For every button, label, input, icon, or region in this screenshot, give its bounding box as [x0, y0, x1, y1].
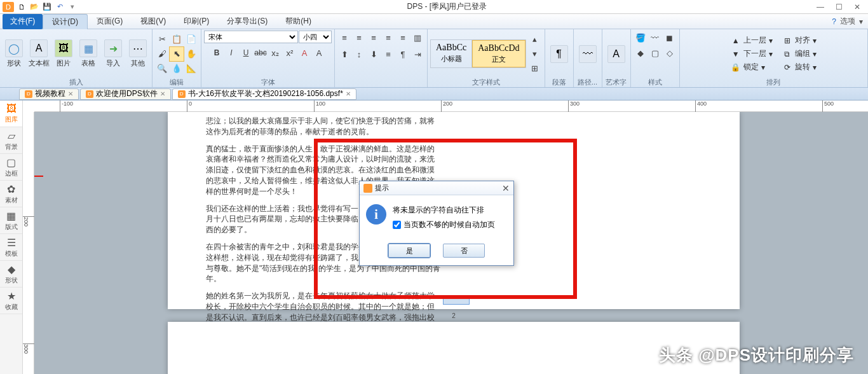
- close-button[interactable]: ✕: [854, 3, 860, 11]
- path-button[interactable]: 〰: [576, 44, 599, 64]
- group-button[interactable]: ⧉编组▾: [778, 48, 820, 60]
- sidebar-shapes[interactable]: ◆形状: [0, 261, 22, 287]
- minimize-button[interactable]: —: [817, 3, 824, 11]
- tab-page[interactable]: 页面(G): [88, 14, 132, 29]
- tab-print[interactable]: 印刷(P): [175, 14, 218, 29]
- lock-button[interactable]: 🔒锁定▾: [727, 61, 776, 74]
- close-tab-icon[interactable]: ✕: [160, 90, 165, 97]
- doctab-video[interactable]: D视频教程✕: [19, 88, 79, 100]
- close-tab-icon[interactable]: ✕: [68, 90, 73, 97]
- tab-share[interactable]: 分享导出(S): [218, 14, 276, 29]
- valign-top-icon[interactable]: ⬆: [337, 47, 351, 61]
- open-icon[interactable]: 📂: [29, 2, 39, 12]
- overflow-marker[interactable]: [444, 296, 469, 304]
- shape-button[interactable]: ◯形状: [3, 38, 25, 69]
- columns-icon[interactable]: ▥: [410, 31, 424, 45]
- valign-mid-icon[interactable]: ↕: [352, 47, 366, 61]
- copy-icon[interactable]: 📋: [170, 32, 184, 46]
- effect3-icon[interactable]: ◇: [663, 46, 677, 60]
- underline-icon[interactable]: U: [239, 46, 253, 60]
- style-body[interactable]: AaBbCcDd正文: [472, 40, 525, 67]
- paste-icon[interactable]: 📄: [184, 32, 198, 46]
- linespace-icon[interactable]: ≡: [381, 47, 395, 61]
- redo-icon[interactable]: ▾: [67, 2, 78, 12]
- shadow-icon[interactable]: ◼: [663, 31, 677, 45]
- tab-view[interactable]: 视图(V): [132, 14, 175, 29]
- import-button[interactable]: ➜导入: [102, 38, 125, 69]
- distribute-icon[interactable]: ≡: [396, 31, 410, 45]
- eyedrop-icon[interactable]: 💧: [170, 62, 184, 76]
- font-name-combo[interactable]: 宋体: [204, 31, 298, 43]
- highlight-icon[interactable]: A: [312, 46, 326, 60]
- effect1-icon[interactable]: ◆: [634, 46, 648, 60]
- measure-icon[interactable]: 📐: [184, 62, 198, 76]
- sidebar-layout[interactable]: ▦版式: [0, 207, 22, 234]
- dialog-yes-button[interactable]: 是: [388, 244, 430, 258]
- align-right-icon[interactable]: ≡: [367, 31, 381, 45]
- justify-icon[interactable]: ≡: [381, 31, 395, 45]
- tab-icon[interactable]: ⇥: [410, 47, 424, 61]
- dialog-checkbox[interactable]: 当页数不够的时候自动加页: [393, 219, 507, 231]
- options-chevron-icon[interactable]: ▾: [859, 17, 863, 26]
- options-button[interactable]: 选项: [840, 16, 855, 27]
- tab-design[interactable]: 设计(D): [43, 14, 88, 29]
- superscript-icon[interactable]: x²: [283, 46, 297, 60]
- style-more-icon[interactable]: ⊞: [528, 62, 542, 76]
- italic-icon[interactable]: I: [224, 46, 238, 60]
- document-tabs: D视频教程✕ D欢迎使用DPS软件✕ D书-大16开软皮平装-文档2019021…: [0, 88, 868, 100]
- file-menu[interactable]: 文件(F): [3, 14, 43, 29]
- sidebar-fav[interactable]: ★收藏: [0, 287, 22, 314]
- sidebar-bg[interactable]: ▱背景: [0, 127, 22, 154]
- align-left-icon[interactable]: ≡: [337, 31, 351, 45]
- hand-icon[interactable]: ✋: [184, 47, 198, 61]
- rotate-button[interactable]: ⟳旋转▾: [778, 61, 820, 74]
- new-icon[interactable]: 🗋: [17, 2, 27, 12]
- valign-bot-icon[interactable]: ⬇: [367, 47, 381, 61]
- subscript-icon[interactable]: x₂: [268, 46, 282, 60]
- other-button[interactable]: ⋯其他: [126, 38, 149, 69]
- brush-icon[interactable]: 🖌: [155, 47, 169, 61]
- sidebar-material[interactable]: ✿素材: [0, 181, 22, 207]
- send-backward-button[interactable]: ▼下一层▾: [727, 48, 776, 60]
- image-button[interactable]: 🖼图片: [52, 38, 75, 69]
- wordart-button[interactable]: A: [605, 44, 628, 64]
- table-button[interactable]: ▦表格: [77, 38, 100, 69]
- close-tab-icon[interactable]: ✕: [346, 90, 351, 97]
- autopage-checkbox[interactable]: [393, 221, 401, 229]
- cut-icon[interactable]: ✂: [155, 32, 169, 46]
- font-size-combo[interactable]: 小四: [299, 31, 332, 43]
- tab-help[interactable]: 帮助(H): [276, 14, 320, 29]
- maximize-button[interactable]: ☐: [836, 3, 843, 11]
- para-button[interactable]: ¶: [548, 44, 571, 64]
- document-page-next[interactable]: [168, 322, 740, 374]
- style-down-icon[interactable]: ▾: [528, 47, 542, 61]
- align-center-icon[interactable]: ≡: [352, 31, 366, 45]
- page-number: 2: [452, 312, 456, 319]
- dialog-titlebar[interactable]: 提示 ✕: [360, 181, 513, 195]
- sidebar-template[interactable]: ☰模板: [0, 234, 22, 261]
- effect2-icon[interactable]: ▢: [648, 46, 662, 60]
- doctab-book[interactable]: D书-大16开软皮平装-文档20190218-1056.dpsf*✕: [172, 88, 356, 100]
- save-icon[interactable]: 💾: [42, 2, 52, 12]
- align-button[interactable]: ⊞对齐▾: [778, 34, 820, 47]
- bold-icon[interactable]: B: [210, 46, 224, 60]
- strike-icon[interactable]: abc: [254, 46, 268, 60]
- line-icon[interactable]: 〰: [648, 31, 662, 45]
- doctab-welcome[interactable]: D欢迎使用DPS软件✕: [80, 88, 171, 100]
- dialog-close-icon[interactable]: ✕: [502, 183, 510, 193]
- indent-icon[interactable]: ¶: [396, 47, 410, 61]
- help-icon[interactable]: ?: [832, 17, 836, 26]
- bring-forward-button[interactable]: ▲上一层▾: [727, 34, 776, 47]
- watermark: 头条 @DPS设计印刷分享: [659, 344, 854, 366]
- textbox-button[interactable]: A文本框: [27, 38, 50, 69]
- sidebar-border[interactable]: ▢边框: [0, 154, 22, 181]
- select-icon[interactable]: ⬉: [170, 47, 184, 61]
- sidebar-gallery[interactable]: 🖼图库: [0, 100, 22, 127]
- style-subtitle[interactable]: AaBbCc小标题: [431, 40, 472, 67]
- undo-icon[interactable]: ↶: [55, 2, 65, 12]
- dialog-no-button[interactable]: 否: [443, 244, 485, 258]
- style-up-icon[interactable]: ▴: [528, 32, 542, 46]
- zoom-icon[interactable]: 🔍: [155, 62, 169, 76]
- font-color-icon[interactable]: A: [297, 46, 311, 60]
- fill-icon[interactable]: 🪣: [634, 31, 648, 45]
